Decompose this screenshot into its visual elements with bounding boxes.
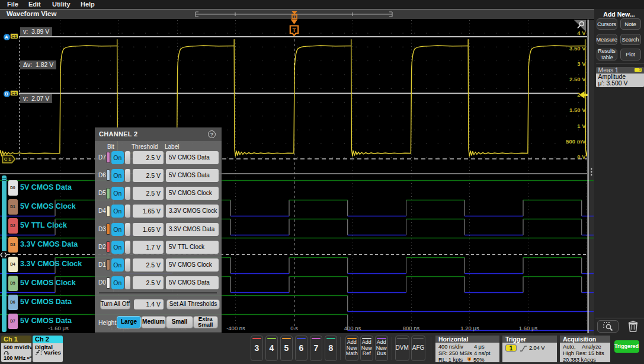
- svg-text:400 ns: 400 ns: [344, 325, 361, 331]
- svg-text:1.60 μs: 1.60 μs: [519, 325, 538, 331]
- svg-text:T: T: [293, 15, 296, 19]
- svg-text:-1.60 μs: -1.60 μs: [48, 325, 69, 331]
- svg-text:500 mV: 500 mV: [566, 138, 586, 145]
- svg-text:0 V: 0 V: [577, 154, 586, 160]
- svg-text:3 V: 3 V: [577, 60, 586, 67]
- svg-text:1.50 V: 1.50 V: [569, 107, 586, 113]
- svg-text:1 V: 1 V: [577, 123, 586, 129]
- svg-text:800 ns: 800 ns: [403, 325, 420, 331]
- svg-text:2.50 V: 2.50 V: [569, 76, 586, 82]
- svg-text:0 s: 0 s: [290, 325, 298, 331]
- svg-text:1.20 μs: 1.20 μs: [460, 325, 479, 331]
- svg-text:-400 ns: -400 ns: [226, 325, 245, 331]
- svg-text:4 V: 4 V: [577, 30, 586, 36]
- svg-text:C 1: C 1: [4, 157, 11, 162]
- svg-text:3.50 V: 3.50 V: [569, 45, 586, 52]
- svg-text:T: T: [293, 27, 296, 33]
